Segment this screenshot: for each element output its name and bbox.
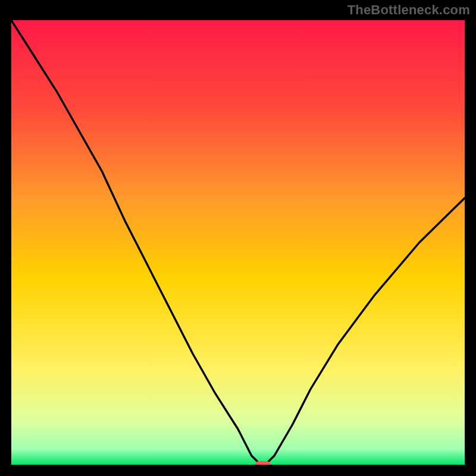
plot-frame xyxy=(10,18,466,466)
optimum-marker xyxy=(255,461,271,466)
chart-container: TheBottleneck.com xyxy=(0,0,476,476)
bottleneck-curve xyxy=(11,20,465,465)
attribution-label: TheBottleneck.com xyxy=(347,2,470,18)
plot-area xyxy=(11,20,465,465)
